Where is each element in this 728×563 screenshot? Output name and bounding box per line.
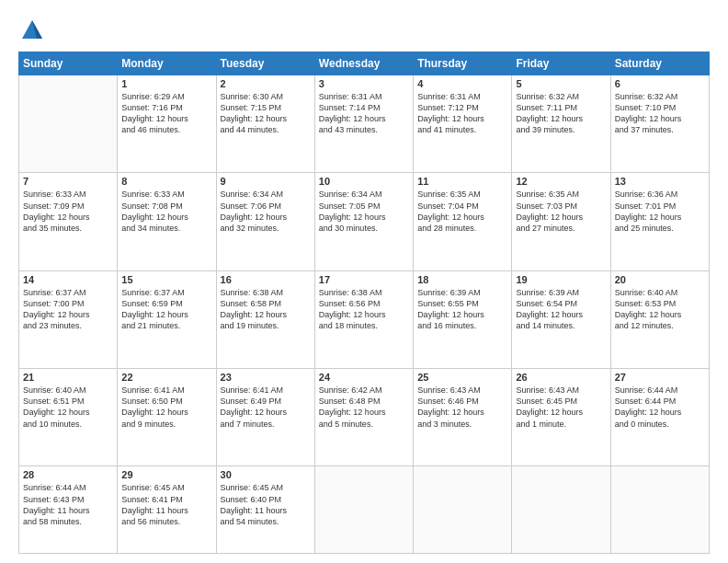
day-cell: 14Sunrise: 6:37 AM Sunset: 7:00 PM Dayli… — [19, 270, 118, 368]
day-number: 20 — [615, 274, 705, 285]
day-cell: 12Sunrise: 6:35 AM Sunset: 7:03 PM Dayli… — [512, 173, 610, 270]
day-number: 24 — [319, 372, 409, 383]
day-number: 22 — [121, 372, 211, 383]
day-info: Sunrise: 6:41 AM Sunset: 6:49 PM Dayligh… — [221, 385, 311, 430]
day-cell: 19Sunrise: 6:39 AM Sunset: 6:54 PM Dayli… — [512, 270, 610, 368]
week-row-1: 7Sunrise: 6:33 AM Sunset: 7:09 PM Daylig… — [19, 173, 710, 270]
day-info: Sunrise: 6:35 AM Sunset: 7:03 PM Dayligh… — [516, 189, 606, 234]
day-number: 29 — [121, 469, 211, 480]
col-header-thursday: Thursday — [414, 52, 512, 75]
week-row-2: 14Sunrise: 6:37 AM Sunset: 7:00 PM Dayli… — [19, 270, 710, 368]
day-info: Sunrise: 6:33 AM Sunset: 7:08 PM Dayligh… — [121, 189, 211, 234]
day-info: Sunrise: 6:41 AM Sunset: 6:50 PM Dayligh… — [121, 385, 211, 430]
day-info: Sunrise: 6:45 AM Sunset: 6:40 PM Dayligh… — [221, 482, 311, 527]
day-info: Sunrise: 6:40 AM Sunset: 6:51 PM Dayligh… — [23, 385, 113, 430]
day-cell: 8Sunrise: 6:33 AM Sunset: 7:08 PM Daylig… — [118, 173, 216, 270]
day-cell: 3Sunrise: 6:31 AM Sunset: 7:14 PM Daylig… — [314, 75, 413, 173]
day-cell: 6Sunrise: 6:32 AM Sunset: 7:10 PM Daylig… — [610, 75, 709, 173]
week-row-3: 21Sunrise: 6:40 AM Sunset: 6:51 PM Dayli… — [19, 369, 710, 466]
day-info: Sunrise: 6:34 AM Sunset: 7:05 PM Dayligh… — [319, 189, 409, 234]
header — [18, 17, 710, 44]
day-number: 11 — [417, 176, 507, 187]
day-number: 25 — [417, 372, 507, 383]
day-info: Sunrise: 6:35 AM Sunset: 7:04 PM Dayligh… — [417, 189, 507, 234]
day-number: 2 — [221, 78, 311, 89]
day-cell: 27Sunrise: 6:44 AM Sunset: 6:44 PM Dayli… — [610, 369, 709, 466]
day-info: Sunrise: 6:43 AM Sunset: 6:45 PM Dayligh… — [516, 385, 606, 430]
day-cell — [610, 466, 709, 554]
day-cell: 2Sunrise: 6:30 AM Sunset: 7:15 PM Daylig… — [216, 75, 314, 173]
day-number: 1 — [121, 78, 211, 89]
day-info: Sunrise: 6:44 AM Sunset: 6:43 PM Dayligh… — [23, 482, 113, 527]
day-cell — [19, 75, 118, 173]
day-cell: 26Sunrise: 6:43 AM Sunset: 6:45 PM Dayli… — [512, 369, 610, 466]
day-cell — [414, 466, 512, 554]
week-row-4: 28Sunrise: 6:44 AM Sunset: 6:43 PM Dayli… — [19, 466, 710, 554]
day-info: Sunrise: 6:39 AM Sunset: 6:54 PM Dayligh… — [516, 287, 606, 332]
day-number: 21 — [23, 372, 113, 383]
day-number: 15 — [121, 274, 211, 285]
day-cell: 24Sunrise: 6:42 AM Sunset: 6:48 PM Dayli… — [314, 369, 413, 466]
day-info: Sunrise: 6:45 AM Sunset: 6:41 PM Dayligh… — [121, 482, 211, 527]
day-number: 19 — [516, 274, 606, 285]
day-info: Sunrise: 6:37 AM Sunset: 7:00 PM Dayligh… — [23, 287, 113, 332]
col-header-friday: Friday — [512, 52, 610, 75]
day-number: 8 — [121, 176, 211, 187]
day-info: Sunrise: 6:31 AM Sunset: 7:12 PM Dayligh… — [417, 91, 507, 136]
day-cell: 13Sunrise: 6:36 AM Sunset: 7:01 PM Dayli… — [610, 173, 709, 270]
day-number: 18 — [417, 274, 507, 285]
day-number: 26 — [516, 372, 606, 383]
day-info: Sunrise: 6:33 AM Sunset: 7:09 PM Dayligh… — [23, 189, 113, 234]
page: SundayMondayTuesdayWednesdayThursdayFrid… — [0, 0, 728, 563]
day-cell: 10Sunrise: 6:34 AM Sunset: 7:05 PM Dayli… — [314, 173, 413, 270]
day-cell: 30Sunrise: 6:45 AM Sunset: 6:40 PM Dayli… — [216, 466, 314, 554]
day-info: Sunrise: 6:34 AM Sunset: 7:06 PM Dayligh… — [221, 189, 311, 234]
day-cell: 18Sunrise: 6:39 AM Sunset: 6:55 PM Dayli… — [414, 270, 512, 368]
day-number: 23 — [221, 372, 311, 383]
day-cell: 29Sunrise: 6:45 AM Sunset: 6:41 PM Dayli… — [118, 466, 216, 554]
day-cell: 15Sunrise: 6:37 AM Sunset: 6:59 PM Dayli… — [118, 270, 216, 368]
day-info: Sunrise: 6:38 AM Sunset: 6:56 PM Dayligh… — [319, 287, 409, 332]
day-number: 9 — [221, 176, 311, 187]
calendar-header-row: SundayMondayTuesdayWednesdayThursdayFrid… — [19, 52, 710, 75]
col-header-sunday: Sunday — [19, 52, 118, 75]
day-cell — [314, 466, 413, 554]
day-number: 3 — [319, 78, 409, 89]
day-cell: 7Sunrise: 6:33 AM Sunset: 7:09 PM Daylig… — [19, 173, 118, 270]
day-number: 16 — [221, 274, 311, 285]
day-cell: 4Sunrise: 6:31 AM Sunset: 7:12 PM Daylig… — [414, 75, 512, 173]
day-info: Sunrise: 6:38 AM Sunset: 6:58 PM Dayligh… — [221, 287, 311, 332]
day-cell: 5Sunrise: 6:32 AM Sunset: 7:11 PM Daylig… — [512, 75, 610, 173]
day-info: Sunrise: 6:43 AM Sunset: 6:46 PM Dayligh… — [417, 385, 507, 430]
day-number: 14 — [23, 274, 113, 285]
day-cell — [512, 466, 610, 554]
day-number: 28 — [23, 469, 113, 480]
day-number: 5 — [516, 78, 606, 89]
col-header-tuesday: Tuesday — [216, 52, 314, 75]
week-row-0: 1Sunrise: 6:29 AM Sunset: 7:16 PM Daylig… — [19, 75, 710, 173]
day-number: 27 — [615, 372, 705, 383]
day-info: Sunrise: 6:36 AM Sunset: 7:01 PM Dayligh… — [615, 189, 705, 234]
day-cell: 21Sunrise: 6:40 AM Sunset: 6:51 PM Dayli… — [19, 369, 118, 466]
day-cell: 9Sunrise: 6:34 AM Sunset: 7:06 PM Daylig… — [216, 173, 314, 270]
day-info: Sunrise: 6:37 AM Sunset: 6:59 PM Dayligh… — [121, 287, 211, 332]
col-header-wednesday: Wednesday — [314, 52, 413, 75]
logo-icon — [18, 17, 46, 44]
day-cell: 17Sunrise: 6:38 AM Sunset: 6:56 PM Dayli… — [314, 270, 413, 368]
logo — [18, 17, 50, 44]
col-header-monday: Monday — [118, 52, 216, 75]
day-info: Sunrise: 6:29 AM Sunset: 7:16 PM Dayligh… — [121, 91, 211, 136]
col-header-saturday: Saturday — [610, 52, 709, 75]
day-number: 30 — [221, 469, 311, 480]
day-info: Sunrise: 6:44 AM Sunset: 6:44 PM Dayligh… — [615, 385, 705, 430]
day-cell: 20Sunrise: 6:40 AM Sunset: 6:53 PM Dayli… — [610, 270, 709, 368]
day-cell: 28Sunrise: 6:44 AM Sunset: 6:43 PM Dayli… — [19, 466, 118, 554]
day-cell: 23Sunrise: 6:41 AM Sunset: 6:49 PM Dayli… — [216, 369, 314, 466]
day-number: 10 — [319, 176, 409, 187]
day-number: 4 — [417, 78, 507, 89]
day-info: Sunrise: 6:39 AM Sunset: 6:55 PM Dayligh… — [417, 287, 507, 332]
day-cell: 25Sunrise: 6:43 AM Sunset: 6:46 PM Dayli… — [414, 369, 512, 466]
day-cell: 22Sunrise: 6:41 AM Sunset: 6:50 PM Dayli… — [118, 369, 216, 466]
day-info: Sunrise: 6:40 AM Sunset: 6:53 PM Dayligh… — [615, 287, 705, 332]
day-number: 12 — [516, 176, 606, 187]
